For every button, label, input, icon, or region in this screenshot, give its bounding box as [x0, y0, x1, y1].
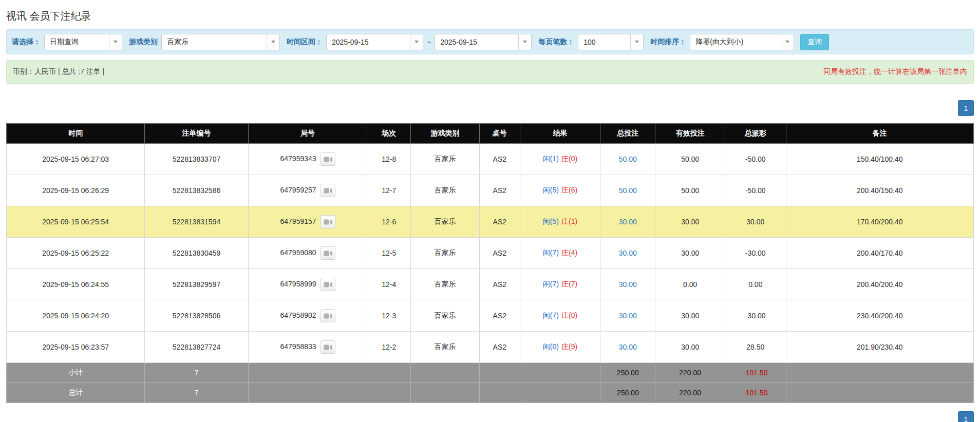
cell-bet-id: 522813829597 — [145, 269, 248, 300]
total-bet-link[interactable]: 50.00 — [619, 186, 637, 195]
column-header: 局号 — [248, 124, 367, 144]
game-type-value: 百家乐 — [162, 37, 267, 47]
empty-cell — [367, 363, 411, 383]
empty-cell — [786, 383, 973, 403]
player-result: 闲(7) — [543, 311, 559, 319]
empty-cell — [520, 383, 600, 403]
cell-game-type: 百家乐 — [411, 206, 480, 238]
chevron-down-icon[interactable] — [781, 34, 794, 50]
video-replay-icon[interactable] — [321, 278, 335, 291]
cell-time: 2025-09-15 06:25:54 — [7, 206, 145, 238]
total-bet-link[interactable]: 30.00 — [619, 343, 637, 351]
cell-payout: 30.00 — [725, 206, 786, 238]
date-from-value: 2025-09-15 — [327, 38, 410, 46]
empty-cell — [479, 383, 520, 403]
column-header: 注单编号 — [145, 124, 248, 144]
table-header: 时间注单编号局号场次游戏类别桌号结果总投注有效投注总派彩备注 — [7, 124, 974, 144]
bet-records-table: 时间注单编号局号场次游戏类别桌号结果总投注有效投注总派彩备注 2025-09-1… — [6, 123, 974, 403]
cell-remark: 230.40/200.40 — [786, 300, 973, 332]
date-to-value: 2025-09-15 — [435, 38, 518, 46]
chevron-down-icon[interactable] — [630, 34, 643, 50]
banker-result: 庄(1) — [561, 217, 577, 225]
video-replay-icon[interactable] — [321, 340, 335, 354]
date-from-input[interactable]: 2025-09-15 — [326, 34, 423, 50]
page-size-value: 100 — [578, 38, 630, 46]
cell-time: 2025-09-15 06:23:57 — [7, 332, 145, 363]
game-type-label: 游戏类别 — [129, 37, 158, 47]
cell-valid-bet: 50.00 — [655, 175, 725, 206]
chevron-down-icon[interactable] — [518, 34, 531, 50]
select-label: 请选择： — [12, 37, 41, 47]
cell-game-type: 百家乐 — [411, 332, 480, 363]
summary-bar: 币别：人民币 | 总共 :7 注单 | 同局有效投注，统一计算在该局第一张注单内 — [6, 60, 974, 84]
empty-cell — [411, 383, 480, 403]
banker-result: 庄(0) — [561, 155, 577, 163]
total-bet-link[interactable]: 30.00 — [619, 280, 637, 289]
cell-total-bet: 30.00 — [600, 269, 655, 300]
cell-table-no: AS2 — [479, 332, 520, 363]
cell-time: 2025-09-15 06:27:03 — [7, 144, 145, 175]
filter-bar: 请选择： 日期查询 游戏类别 百家乐 时间区间： 2025-09-15 ~ 20… — [6, 29, 974, 54]
sort-order-combobox[interactable]: 降幂(由大到小) — [690, 34, 794, 50]
table-row: 2025-09-15 06:23:57 522813827724 6479588… — [7, 332, 974, 363]
cell-round-id: 647959343 — [248, 144, 367, 175]
cell-bet-id: 522813827724 — [145, 332, 248, 363]
summary-payout: -101.50 — [725, 383, 786, 403]
empty-cell — [786, 363, 973, 383]
player-result: 闲(7) — [543, 248, 559, 257]
chevron-down-icon[interactable] — [267, 34, 279, 50]
summary-count: 7 — [145, 383, 248, 403]
chevron-down-icon[interactable] — [410, 34, 423, 50]
cell-payout: -30.00 — [725, 238, 786, 269]
cell-table-no: AS2 — [479, 144, 520, 175]
cell-valid-bet: 30.00 — [655, 206, 725, 238]
cell-payout: 0.00 — [725, 269, 786, 300]
cell-total-bet: 50.00 — [600, 144, 655, 175]
video-replay-icon[interactable] — [321, 184, 335, 197]
banker-result: 庄(4) — [561, 248, 577, 257]
search-button[interactable]: 查询 — [800, 34, 829, 50]
total-bet-link[interactable]: 30.00 — [619, 312, 637, 320]
query-type-combobox[interactable]: 日期查询 — [44, 34, 122, 50]
cell-valid-bet: 0.00 — [655, 269, 725, 300]
video-replay-icon[interactable] — [321, 152, 335, 166]
page-size-combobox[interactable]: 100 — [578, 34, 644, 50]
total-bet-link[interactable]: 30.00 — [619, 249, 637, 257]
video-replay-icon[interactable] — [321, 215, 335, 228]
cell-table-no: AS2 — [479, 300, 520, 332]
chevron-down-icon[interactable] — [109, 34, 122, 50]
game-type-combobox[interactable]: 百家乐 — [161, 34, 280, 50]
summary-total-bet: 250.00 — [600, 383, 655, 403]
empty-cell — [248, 363, 367, 383]
date-to-input[interactable]: 2025-09-15 — [435, 34, 532, 50]
cell-table-no: AS2 — [479, 269, 520, 300]
summary-label: 总计 — [7, 383, 145, 403]
page-button[interactable]: 1 — [958, 100, 974, 116]
cell-valid-bet: 30.00 — [655, 300, 725, 332]
cell-bet-id: 522813832586 — [145, 175, 248, 206]
video-replay-icon[interactable] — [321, 246, 335, 260]
cell-bet-id: 522813830459 — [145, 238, 248, 269]
column-header: 总投注 — [600, 124, 655, 144]
cell-result: 闲(5)庄(1) — [520, 206, 600, 238]
page-size-label: 每页笔数： — [538, 37, 574, 47]
column-header: 时间 — [7, 124, 145, 144]
table-header-row: 时间注单编号局号场次游戏类别桌号结果总投注有效投注总派彩备注 — [7, 124, 974, 144]
sort-order-label: 时间排序： — [650, 37, 686, 47]
total-bet-link[interactable]: 30.00 — [619, 218, 637, 226]
page-title: 视讯 会员下注纪录 — [6, 7, 974, 29]
table-row: 2025-09-15 06:25:22 522813830459 6479590… — [7, 238, 974, 269]
round-number: 647959080 — [280, 248, 316, 257]
page-button[interactable]: 1 — [958, 411, 974, 422]
table-row: 2025-09-15 06:26:29 522813832586 6479592… — [7, 175, 974, 206]
summary-text: 币别：人民币 | 总共 :7 注单 | — [13, 67, 104, 76]
range-separator: ~ — [427, 38, 431, 46]
cell-game-type: 百家乐 — [411, 238, 480, 269]
cell-time: 2025-09-15 06:25:22 — [7, 238, 145, 269]
cell-bet-id: 522813833707 — [145, 144, 248, 175]
cell-session: 12-2 — [367, 332, 411, 363]
cell-result: 闲(7)庄(7) — [520, 269, 600, 300]
player-result: 闲(5) — [543, 217, 559, 225]
total-bet-link[interactable]: 50.00 — [619, 155, 637, 163]
video-replay-icon[interactable] — [321, 309, 335, 322]
